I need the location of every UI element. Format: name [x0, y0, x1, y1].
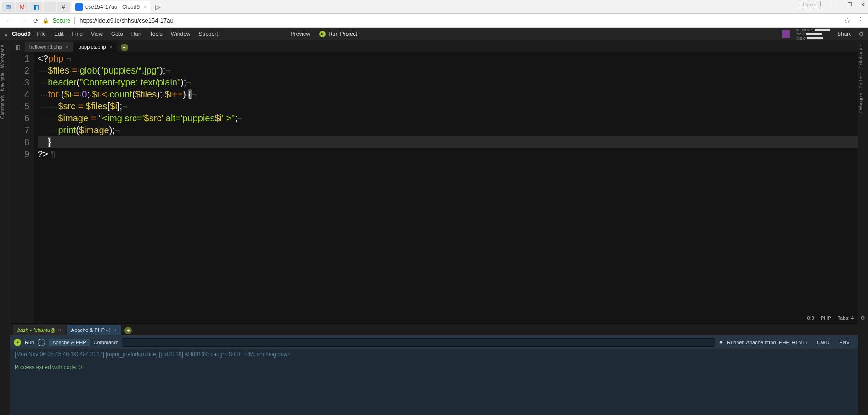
terminal-line: Process exited with code: 0	[15, 364, 853, 370]
run-play-icon[interactable]	[14, 339, 21, 346]
browser-tab-title: cse154-17au - Cloud9	[85, 4, 140, 10]
code-editor[interactable]: 123456789 <?php ¬ ····$files·=·glob("pup…	[10, 52, 858, 323]
terminal-tab-label: Apache & PHP - !	[71, 327, 111, 333]
terminal-line: [Mon Nov 06 05:45:40.190404 2017] [mpm_p…	[15, 351, 853, 358]
chrome-menu-icon[interactable]: ⋮	[857, 16, 864, 25]
ide-root: ▲ Cloud9 File Edit Find View Goto Run To…	[0, 28, 868, 415]
menu-find[interactable]: Find	[72, 31, 83, 37]
tab-close-icon[interactable]: ×	[58, 327, 61, 333]
lang-mode[interactable]: PHP	[821, 315, 831, 321]
file-tabbar: ◧ helloworld.php × puppies.php × +	[10, 40, 858, 52]
rail-workspace[interactable]: Workspace	[0, 45, 10, 68]
address-bar: ← → ⟳ 🔒 Secure | https://ide.c9.io/shhsu…	[0, 14, 868, 28]
terminal-tab-label: bash - "ubuntu@	[17, 327, 55, 333]
pinned-tab-hash-icon[interactable]: #	[57, 2, 70, 12]
window-minimize-button[interactable]: —	[834, 1, 839, 8]
restart-icon[interactable]	[38, 339, 45, 346]
command-input[interactable]	[122, 338, 715, 347]
window-close-button[interactable]: ✕	[861, 1, 865, 8]
command-label: Command:	[94, 340, 118, 345]
run-button[interactable]: Run	[25, 340, 34, 345]
bottom-tabbar: bash - "ubuntu@ × Apache & PHP - ! × +	[10, 324, 858, 335]
tab-close-icon[interactable]: ×	[143, 4, 147, 10]
add-terminal-tab-button[interactable]: +	[124, 327, 132, 334]
browser-tab-strip: ✉ M ◧ # cse154-17au - Cloud9 × ⊳ Daniel …	[0, 0, 868, 14]
right-rail: Collaborate Outline Debugger	[858, 40, 868, 415]
preview-button[interactable]: Preview	[291, 31, 310, 37]
run-project-button[interactable]: Run Project	[328, 31, 357, 37]
terminal-output[interactable]: [Mon Nov 06 05:45:40.190404 2017] [mpm_p…	[10, 349, 858, 415]
editor-settings-gear-icon[interactable]: ⚙	[860, 315, 865, 321]
reload-button[interactable]: ⟳	[33, 17, 39, 24]
tab-close-icon[interactable]: ×	[113, 327, 116, 333]
bookmark-star-icon[interactable]: ☆	[844, 16, 851, 25]
menu-window[interactable]: Window	[171, 31, 191, 37]
rail-debugger[interactable]: Debugger	[858, 92, 868, 113]
bug-icon[interactable]: ✸	[719, 339, 723, 346]
env-button[interactable]: ENV	[839, 340, 850, 345]
secure-label: Secure	[53, 17, 70, 24]
memory-label: MEMORY	[796, 28, 813, 32]
rail-commands[interactable]: Commands	[0, 95, 10, 119]
cwd-button[interactable]: CWD	[817, 340, 829, 345]
file-tab-label: helloworld.php	[29, 44, 62, 50]
menu-view[interactable]: View	[91, 31, 103, 37]
url-field[interactable]: https://ide.c9.io/shhsu/cse154-17au	[79, 17, 840, 24]
cpu-label: CPU	[796, 32, 804, 36]
browser-tab-active[interactable]: cse154-17au - Cloud9 ×	[72, 1, 150, 13]
share-button[interactable]: Share	[837, 31, 852, 37]
tab-size[interactable]: Tabs: 4	[838, 315, 854, 321]
tab-close-icon[interactable]: ×	[110, 45, 113, 50]
collapse-tri-icon[interactable]: ▲	[4, 32, 8, 37]
new-tab-button[interactable]: ⊳	[153, 2, 162, 11]
runner-chip[interactable]: Apache & PHP	[49, 339, 90, 346]
settings-gear-icon[interactable]: ⚙	[858, 30, 864, 38]
brand-label[interactable]: Cloud9	[12, 31, 31, 37]
nav-forward-button[interactable]: →	[18, 17, 29, 25]
menu-run[interactable]: Run	[131, 31, 141, 37]
left-rail: Workspace Navigate Commands	[0, 40, 10, 415]
terminal-tab-apache[interactable]: Apache & PHP - ! ×	[67, 325, 121, 335]
disk-label: DISK	[796, 36, 805, 40]
gutter: 123456789	[10, 52, 34, 323]
chrome-user-label[interactable]: Daniel	[800, 1, 821, 8]
add-tab-button[interactable]: +	[121, 44, 128, 51]
pinned-tab-mail-icon[interactable]: ✉	[2, 2, 15, 12]
user-avatar-icon[interactable]	[782, 30, 790, 38]
runner-info[interactable]: Runner: Apache httpd (PHP, HTML)	[727, 340, 807, 345]
menu-file[interactable]: File	[37, 31, 46, 37]
window-maximize-button[interactable]: ☐	[847, 1, 852, 8]
menu-tools[interactable]: Tools	[150, 31, 163, 37]
nav-back-button[interactable]: ←	[4, 17, 15, 25]
menu-edit[interactable]: Edit	[54, 31, 64, 37]
menu-goto[interactable]: Goto	[111, 31, 123, 37]
pinned-tab-gmail-icon[interactable]: M	[16, 2, 28, 12]
cloud9-favicon-icon	[75, 3, 83, 11]
code-area[interactable]: <?php ¬ ····$files·=·glob("puppies/*.jpg…	[34, 52, 858, 160]
editor-status-strip: 8:3 PHP Tabs: 4 ⚙	[807, 315, 865, 321]
terminal-tab-bash[interactable]: bash - "ubuntu@ ×	[13, 325, 66, 335]
run-project-play-icon[interactable]	[319, 31, 326, 37]
lock-icon: 🔒	[42, 17, 49, 24]
panel-collapse-icon[interactable]: ◧	[13, 43, 22, 52]
runner-toolbar: Run Apache & PHP Command: ✸ Runner: Apac…	[10, 335, 858, 349]
rail-outline[interactable]: Outline	[858, 73, 868, 88]
bottom-panel: bash - "ubuntu@ × Apache & PHP - ! × + R…	[10, 323, 858, 415]
rail-navigate[interactable]: Navigate	[0, 73, 10, 91]
file-tab-label: puppies.php	[79, 44, 106, 50]
tab-close-icon[interactable]: ×	[66, 45, 68, 50]
rail-collaborate[interactable]: Collaborate	[858, 45, 868, 68]
pinned-tab-outlook-icon[interactable]: ◧	[29, 2, 42, 12]
resource-meters: MEMORY CPU DISK	[796, 28, 831, 40]
ide-menubar: ▲ Cloud9 File Edit Find View Goto Run To…	[0, 28, 868, 40]
pinned-tab-apple-icon[interactable]	[43, 2, 56, 12]
cursor-position: 8:3	[807, 315, 814, 321]
file-tab-helloworld[interactable]: helloworld.php ×	[25, 42, 73, 52]
file-tab-puppies[interactable]: puppies.php ×	[74, 42, 117, 52]
menu-support[interactable]: Support	[198, 31, 218, 37]
